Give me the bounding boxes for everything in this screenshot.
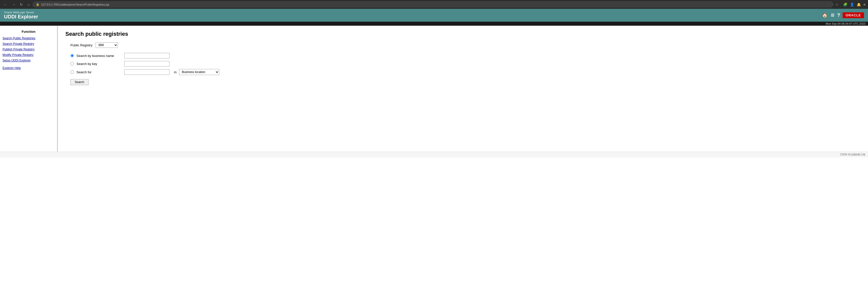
in-label: in bbox=[174, 70, 177, 74]
url-text: 127.0.0.1:7001/uddiexplorer/SearchPublic… bbox=[41, 3, 109, 6]
help-icon[interactable]: ? bbox=[837, 12, 840, 18]
browser-toolbar-icons: 🧩 👤 🔔 ≡ bbox=[843, 2, 866, 6]
public-registry-select[interactable]: IBM Microsoft NTT SAP XMethods bbox=[96, 42, 118, 48]
security-icon: 🔒 bbox=[36, 3, 39, 6]
sidebar-item-publish-private[interactable]: Publish Private Registry bbox=[2, 48, 55, 51]
public-registry-row: Public Registry: IBM Microsoft NTT SAP X… bbox=[70, 42, 861, 48]
sidebar-item-search-private[interactable]: Search Private Registry bbox=[2, 42, 55, 46]
oracle-logo: ORACLE bbox=[843, 12, 864, 18]
radio-business-name[interactable] bbox=[70, 54, 74, 57]
search-form: Public Registry: IBM Microsoft NTT SAP X… bbox=[70, 42, 861, 85]
location-select[interactable]: Business location Business category Serv… bbox=[179, 69, 219, 75]
bottom-bar: CSDN 学过期的秋刀鱼 bbox=[0, 152, 868, 158]
app-title: UDDI Explorer bbox=[4, 14, 38, 20]
notification-icon[interactable]: 🔔 bbox=[857, 2, 861, 6]
main-content: Search public registries Public Registry… bbox=[58, 26, 868, 152]
profile-icon[interactable]: 👤 bbox=[850, 2, 854, 6]
search-button[interactable]: Search bbox=[70, 79, 89, 85]
search-row-business-name: Search by business name bbox=[70, 53, 861, 58]
app-header-actions: 🏠 🖥 ? ORACLE bbox=[822, 12, 864, 18]
main-layout: Function Search Public Registries Search… bbox=[0, 26, 868, 152]
radio-key[interactable] bbox=[70, 62, 74, 65]
label-key: Search by key bbox=[76, 62, 122, 66]
sidebar-function-label: Function bbox=[2, 30, 55, 33]
sidebar-item-setup-uddi[interactable]: Setup UDDI Explorer bbox=[2, 59, 55, 62]
url-bar[interactable]: 🔒 127.0.0.1:7001/uddiexplorer/SearchPubl… bbox=[33, 1, 833, 7]
search-row-for: Search for in Business location Business… bbox=[70, 69, 861, 75]
app-title-block: Oracle WebLogic Server UDDI Explorer bbox=[4, 11, 38, 20]
forward-button[interactable]: → bbox=[10, 2, 17, 7]
public-registry-label: Public Registry: bbox=[70, 43, 93, 47]
status-bar: Mon Sep 04 08:34:47 UTC 2023 bbox=[0, 22, 868, 26]
home-button[interactable]: ⌂ bbox=[26, 2, 31, 7]
sidebar-item-explorer-help[interactable]: Explorer Help bbox=[2, 66, 55, 70]
bottom-text: CSDN 学过期的秋刀鱼 bbox=[840, 153, 866, 156]
browser-chrome: ← → ↻ ⌂ 🔒 127.0.0.1:7001/uddiexplorer/Se… bbox=[0, 0, 868, 9]
refresh-button[interactable]: ↻ bbox=[19, 2, 24, 7]
search-row-key: Search by key bbox=[70, 61, 861, 66]
label-search-for: Search for bbox=[76, 70, 122, 74]
bookmark-icon[interactable]: ☆ bbox=[835, 2, 839, 6]
back-button[interactable]: ← bbox=[2, 2, 8, 7]
app-subtitle: Oracle WebLogic Server bbox=[4, 11, 38, 14]
input-search-for[interactable] bbox=[124, 69, 169, 75]
menu-icon[interactable]: ≡ bbox=[864, 2, 866, 6]
app-header: Oracle WebLogic Server UDDI Explorer 🏠 🖥… bbox=[0, 9, 868, 22]
label-business-name: Search by business name bbox=[76, 54, 122, 58]
radio-search-for[interactable] bbox=[70, 70, 74, 74]
datetime-text: Mon Sep 04 08:34:47 UTC 2023 bbox=[826, 22, 866, 25]
home-icon[interactable]: 🏠 bbox=[822, 12, 828, 18]
sidebar-item-modify-private[interactable]: Modify Private Registry bbox=[2, 53, 55, 57]
extensions-icon[interactable]: 🧩 bbox=[843, 2, 847, 6]
page-title: Search public registries bbox=[65, 31, 861, 37]
sidebar-item-search-public[interactable]: Search Public Registries bbox=[2, 36, 55, 40]
monitor-icon[interactable]: 🖥 bbox=[830, 12, 835, 18]
sidebar: Function Search Public Registries Search… bbox=[0, 26, 58, 152]
input-key[interactable] bbox=[124, 61, 169, 66]
search-button-row: Search bbox=[70, 79, 861, 85]
input-business-name[interactable] bbox=[124, 53, 169, 58]
